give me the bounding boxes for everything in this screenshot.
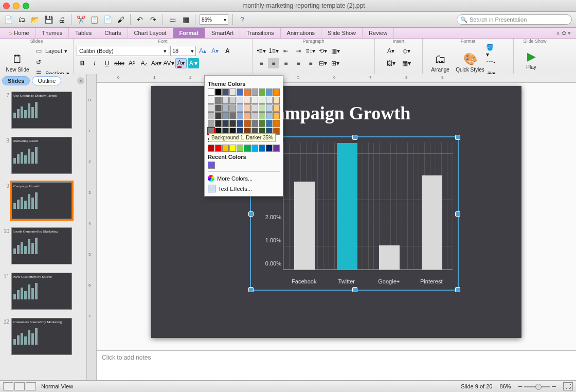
- tab-format[interactable]: Format: [173, 28, 205, 38]
- group-slides-label: Slides: [0, 39, 73, 44]
- open-icon[interactable]: 📂: [30, 14, 40, 25]
- slides-icon[interactable]: ▭: [167, 14, 177, 25]
- titlebar: monthly-marketing-reporting-template (2)…: [0, 0, 576, 12]
- align-center-button[interactable]: ≡: [268, 58, 279, 68]
- search-icon: 🔍: [460, 16, 467, 23]
- play-icon: ▶: [527, 50, 536, 63]
- templates-icon[interactable]: 🗂: [16, 14, 27, 25]
- ribbon-collapse[interactable]: ∧ ✿ ▾: [556, 28, 574, 38]
- group-font-label: Font: [74, 39, 252, 44]
- redo-icon[interactable]: ↷: [148, 14, 158, 25]
- smartart-convert-button[interactable]: ⊞▾: [330, 58, 341, 68]
- quick-styles-button[interactable]: 🎨Quick Styles: [456, 48, 484, 75]
- align-right-button[interactable]: ≡: [280, 58, 292, 68]
- grow-font-icon[interactable]: A▴: [197, 46, 208, 56]
- outdent-button[interactable]: ⇤: [280, 46, 292, 56]
- font-size-select[interactable]: 18▾: [170, 46, 196, 56]
- search-input[interactable]: 🔍 Search in Presentation: [457, 14, 572, 25]
- save-icon[interactable]: 💾: [43, 14, 53, 25]
- play-button[interactable]: ▶Play: [517, 46, 546, 74]
- char-spacing-button[interactable]: AV▾: [163, 58, 174, 68]
- close-window-icon[interactable]: [3, 3, 10, 9]
- print-icon[interactable]: 🖨: [57, 14, 67, 25]
- tab-animations[interactable]: Animations: [281, 28, 321, 38]
- arrange-button[interactable]: 🗂Arrange: [426, 48, 455, 75]
- indent-button[interactable]: ⇥: [293, 46, 304, 56]
- ribbon-body: Slides 🗒 New Slide ▭Layout▾ ↺ ☰Section▾ …: [0, 39, 576, 75]
- quick-toolbar: 📄 🗂 📂 💾 🖨 ✂️ 📋 📄 🖌 ↶ ↷ ▭ ▦ 86%▾ ? 🔍 Sear…: [0, 12, 576, 28]
- distribute-button[interactable]: ≡: [305, 58, 316, 68]
- columns-button[interactable]: ▥▾: [330, 46, 341, 56]
- copy-icon[interactable]: 📋: [89, 14, 99, 25]
- tab-charts[interactable]: Charts: [98, 28, 128, 38]
- vertical-ruler: 012 345 67: [87, 74, 97, 75]
- minimize-window-icon[interactable]: [13, 3, 20, 9]
- new-doc-icon[interactable]: 📄: [3, 14, 13, 25]
- underline-button[interactable]: U: [101, 58, 113, 68]
- group-slideshow-label: Slide Show: [514, 39, 556, 44]
- group-format-label: Format: [423, 39, 513, 44]
- horizontal-ruler: 012 345 678 9: [97, 74, 576, 75]
- tab-themes[interactable]: Themes: [36, 28, 69, 38]
- strike-button[interactable]: abc: [114, 58, 125, 68]
- undo-icon[interactable]: ↶: [135, 14, 145, 25]
- line-spacing-button[interactable]: ≡↕▾: [305, 46, 316, 56]
- ribbon-tabs: Home Themes Tables Charts Chart Layout F…: [0, 28, 576, 39]
- group-insert-label: Insert: [375, 39, 422, 44]
- new-slide-button[interactable]: 🗒 New Slide: [3, 48, 32, 75]
- search-placeholder: Search in Presentation: [470, 16, 527, 23]
- format-painter-icon[interactable]: 🖌: [116, 14, 126, 25]
- tab-tables[interactable]: Tables: [69, 28, 98, 38]
- media-button[interactable]: ▦▾: [399, 58, 413, 68]
- zoom-select[interactable]: 86%▾: [200, 14, 228, 25]
- cut-icon[interactable]: ✂️: [76, 14, 86, 25]
- text-box-button[interactable]: A▾: [384, 46, 398, 56]
- align-vert-button[interactable]: ⊟▾: [317, 58, 329, 68]
- shapes-button[interactable]: ◇▾: [399, 46, 413, 56]
- font-color-button[interactable]: A ▾: [175, 58, 187, 68]
- text-highlight-button[interactable]: A ▾: [188, 58, 199, 68]
- tab-home[interactable]: Home: [2, 28, 36, 38]
- bullets-button[interactable]: •≡▾: [256, 46, 267, 56]
- group-paragraph-label: Paragraph: [253, 39, 374, 44]
- zoom-window-icon[interactable]: [23, 3, 29, 9]
- align-left-button[interactable]: ≡: [256, 58, 267, 68]
- slide-panel: Slides Outline × 7Use Graphs to Display …: [0, 74, 87, 75]
- window-controls: [3, 3, 29, 9]
- main-area: 012 345 678 9 Campaign Growth 0.00%1.00%…: [97, 74, 576, 75]
- sorter-icon[interactable]: ▦: [181, 14, 191, 25]
- tab-chart-layout[interactable]: Chart Layout: [128, 28, 173, 38]
- tab-review[interactable]: Review: [363, 28, 394, 38]
- numbering-button[interactable]: 1≡▾: [268, 46, 279, 56]
- superscript-button[interactable]: A²: [126, 58, 137, 68]
- tab-smartart[interactable]: SmartArt: [205, 28, 240, 38]
- window-title: monthly-marketing-reporting-template (2)…: [34, 2, 573, 9]
- tab-slide-show[interactable]: Slide Show: [321, 28, 363, 38]
- picture-button[interactable]: 🖼▾: [384, 58, 398, 68]
- workspace: Slides Outline × 7Use Graphs to Display …: [0, 74, 576, 75]
- quick-styles-icon: 🎨: [463, 52, 477, 66]
- arrange-icon: 🗂: [435, 52, 446, 66]
- shrink-font-icon[interactable]: A▾: [209, 46, 221, 56]
- shape-outline-button[interactable]: 〰▾: [485, 57, 497, 67]
- font-name-select[interactable]: Calibri (Body)▾: [77, 46, 169, 56]
- bold-button[interactable]: B: [77, 58, 88, 68]
- layout-button[interactable]: ▭: [33, 46, 44, 56]
- change-case-button[interactable]: Aa▾: [151, 58, 162, 68]
- new-slide-icon: 🗒: [12, 52, 23, 66]
- reset-button[interactable]: ↺: [33, 57, 44, 67]
- tab-transitions[interactable]: Transitions: [240, 28, 280, 38]
- paste-icon[interactable]: 📄: [102, 14, 113, 25]
- shape-fill-button[interactable]: 🪣▾: [485, 46, 497, 56]
- italic-button[interactable]: I: [89, 58, 100, 68]
- subscript-button[interactable]: A₂: [138, 58, 150, 68]
- text-direction-button[interactable]: ⟲▾: [317, 46, 329, 56]
- clear-format-icon[interactable]: A̷: [222, 46, 233, 56]
- justify-button[interactable]: ≡: [293, 58, 304, 68]
- help-icon[interactable]: ?: [237, 14, 247, 25]
